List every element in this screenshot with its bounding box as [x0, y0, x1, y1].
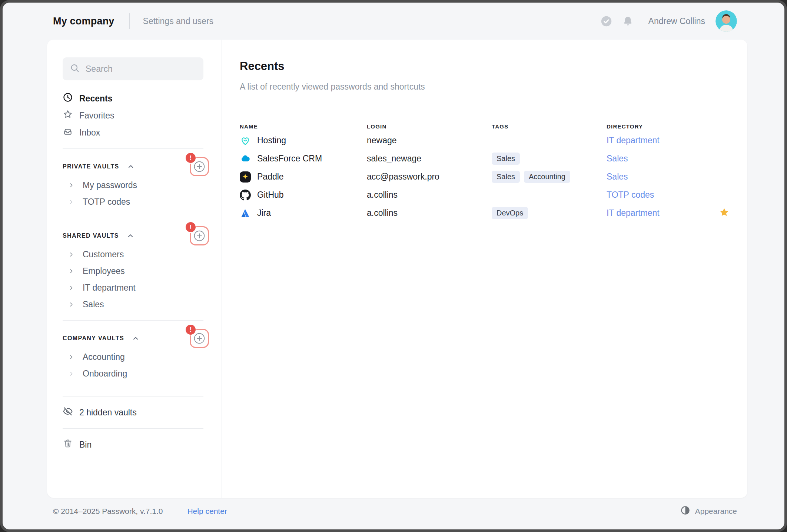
sidebar-item-label: Inbox: [79, 128, 100, 138]
sidebar-item-favorites[interactable]: Favorites: [63, 107, 203, 124]
sidebar-item-customers[interactable]: Customers: [63, 246, 203, 263]
vault-label: Onboarding: [83, 369, 127, 379]
chevron-up-icon[interactable]: [127, 163, 135, 171]
table-row-jira[interactable]: Jira a.collins DevOps IT department: [240, 204, 730, 222]
jira-logo: [240, 208, 251, 219]
row-login: acc@passwork.pro: [367, 172, 492, 182]
sidebar-item-onboarding[interactable]: Onboarding: [63, 365, 203, 382]
chevron-up-icon[interactable]: [132, 334, 140, 342]
github-logo: [240, 190, 251, 201]
tag-chip[interactable]: DevOps: [492, 207, 528, 219]
plus-circle-icon: [193, 161, 205, 173]
directory-link[interactable]: TOTP codes: [607, 190, 654, 200]
bin-label: Bin: [79, 440, 92, 450]
row-name: Hosting: [257, 135, 286, 145]
contrast-icon: [680, 505, 690, 517]
tag-chip[interactable]: Sales: [492, 153, 520, 165]
tag-chip[interactable]: Accounting: [524, 171, 570, 183]
plus-circle-icon: [193, 332, 205, 344]
sidebar: Recents Favorites Inbox PRI: [47, 40, 222, 498]
vault-label: Sales: [83, 300, 104, 310]
table-row-salesforce[interactable]: SalesForce CRM sales_newage Sales Sales: [240, 150, 730, 168]
star-icon: [63, 109, 73, 122]
sidebar-item-totp-codes[interactable]: TOTP codes: [63, 194, 203, 210]
table-row-github[interactable]: GitHub a.collins TOTP codes: [240, 186, 730, 204]
alert-badge: !: [186, 325, 196, 335]
vault-label: Employees: [83, 266, 125, 276]
page-subtitle: A list of recently viewed passwords and …: [240, 82, 730, 92]
vault-label: My passwords: [83, 180, 137, 190]
salesforce-logo: [240, 153, 251, 164]
chevron-up-icon[interactable]: [126, 232, 135, 240]
search-icon: [70, 63, 80, 74]
paddle-logo: [240, 171, 251, 183]
sidebar-item-employees[interactable]: Employees: [63, 263, 203, 280]
footer: © 2014–2025 Passwork, v.7.1.0 Help cente…: [3, 493, 784, 529]
directory-link[interactable]: IT department: [607, 208, 660, 218]
sidebar-item-it-department[interactable]: IT department: [63, 280, 203, 296]
column-header-login: LOGIN: [367, 123, 492, 130]
inbox-icon: [63, 126, 73, 139]
add-private-vault-button[interactable]: !: [190, 157, 209, 176]
directory-link[interactable]: Sales: [607, 154, 628, 163]
directory-link[interactable]: IT department: [607, 135, 660, 145]
help-center-link[interactable]: Help center: [187, 507, 227, 516]
avatar[interactable]: [715, 10, 737, 32]
table-row-paddle[interactable]: Paddle acc@passwork.pro Sales Accounting…: [240, 168, 730, 186]
row-name: SalesForce CRM: [257, 154, 322, 164]
section-shared-vaults: SHARED VAULTS !: [63, 225, 203, 246]
sidebar-item-label: Favorites: [79, 111, 114, 121]
search-input[interactable]: [85, 64, 196, 74]
user-name[interactable]: Andrew Collins: [648, 16, 705, 26]
section-title[interactable]: COMPANY VAULTS: [63, 335, 124, 342]
vault-label: TOTP codes: [83, 197, 130, 207]
add-shared-vault-button[interactable]: !: [190, 226, 209, 245]
chevron-right-icon: [69, 252, 74, 257]
trash-icon: [63, 438, 73, 451]
sidebar-divider: [63, 396, 203, 397]
directory-link[interactable]: Sales: [607, 172, 628, 181]
bell-icon[interactable]: [622, 16, 634, 27]
favorite-star-icon[interactable]: [719, 207, 730, 219]
row-login: a.collins: [367, 208, 492, 218]
godaddy-logo: [240, 135, 251, 146]
check-circle-icon[interactable]: [600, 15, 612, 27]
sidebar-item-accounting[interactable]: Accounting: [63, 349, 203, 365]
row-name: GitHub: [257, 190, 284, 200]
section-title[interactable]: PRIVATE VAULTS: [63, 163, 119, 170]
settings-and-users-link[interactable]: Settings and users: [143, 16, 214, 26]
eye-off-icon: [63, 406, 73, 419]
row-login: sales_newage: [367, 154, 492, 164]
sidebar-item-sales[interactable]: Sales: [63, 296, 203, 313]
row-login: newage: [367, 135, 492, 145]
plus-circle-icon: [193, 230, 205, 242]
sidebar-item-my-passwords[interactable]: My passwords: [63, 177, 203, 194]
appearance-toggle[interactable]: Appearance: [680, 505, 737, 517]
row-name: Paddle: [257, 172, 284, 182]
top-bar: My company Settings and users Andrew Col…: [3, 3, 784, 40]
content-card: Recents Favorites Inbox PRI: [47, 40, 747, 498]
sidebar-item-recents[interactable]: Recents: [63, 90, 203, 107]
clock-icon: [63, 92, 73, 105]
tag-chip[interactable]: Sales: [492, 171, 520, 183]
chevron-right-icon: [69, 199, 74, 205]
sidebar-divider: [63, 320, 203, 321]
chevron-right-icon: [69, 285, 74, 291]
main-divider: [222, 103, 747, 103]
hidden-vaults-toggle[interactable]: 2 hidden vaults: [63, 404, 203, 421]
sidebar-item-bin[interactable]: Bin: [63, 436, 203, 453]
copyright-text: © 2014–2025 Passwork, v.7.1.0: [53, 507, 163, 516]
chevron-right-icon: [69, 268, 74, 274]
sidebar-divider: [63, 148, 203, 149]
add-company-vault-button[interactable]: !: [190, 329, 209, 348]
row-name: Jira: [257, 208, 271, 218]
company-name: My company: [53, 16, 114, 27]
table-row-hosting[interactable]: Hosting newage IT department: [240, 131, 730, 150]
vault-label: IT department: [83, 283, 136, 293]
column-header-directory: DIRECTORY: [607, 123, 713, 130]
alert-badge: !: [186, 153, 196, 163]
sidebar-item-inbox[interactable]: Inbox: [63, 124, 203, 141]
alert-badge: !: [186, 222, 196, 232]
section-title[interactable]: SHARED VAULTS: [63, 232, 119, 239]
chevron-right-icon: [69, 354, 74, 360]
